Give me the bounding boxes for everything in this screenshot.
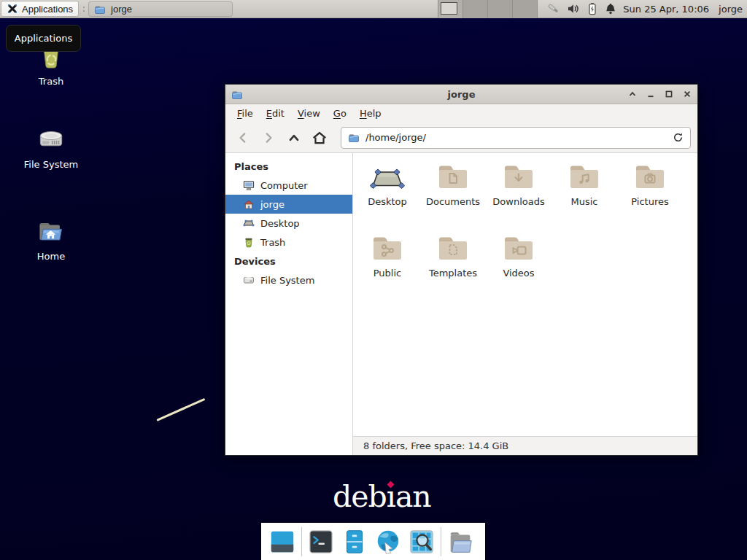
dock-application-finder-button[interactable] <box>407 527 436 556</box>
address-bar[interactable]: /home/jorge/ <box>341 127 691 149</box>
file-manager-window: jorge File Edit View Go Help <box>225 84 698 456</box>
workspace-2[interactable] <box>463 0 488 18</box>
downloads-folder-icon <box>501 160 536 195</box>
file-item-desktop[interactable]: Desktop <box>355 160 420 231</box>
status-bar: 8 folders, Free space: 14.4 GiB <box>353 436 697 455</box>
desktop-icon-label: Home <box>20 251 82 262</box>
window-title: jorge <box>225 89 697 100</box>
taskbar-window-button[interactable]: jorge <box>88 1 233 17</box>
file-label: Templates <box>429 268 477 279</box>
reload-icon[interactable] <box>673 132 684 143</box>
file-label: Documents <box>426 196 480 207</box>
pictures-folder-icon <box>632 160 667 195</box>
sidebar-item-label: Desktop <box>260 218 300 229</box>
dock-separator <box>441 527 441 556</box>
volume-icon[interactable] <box>567 2 580 15</box>
menu-edit[interactable]: Edit <box>260 106 291 121</box>
home-button[interactable] <box>309 127 330 149</box>
workspace-window-thumb <box>441 2 457 15</box>
file-label: Music <box>571 196 598 207</box>
applications-tooltip: Applications <box>6 25 81 52</box>
desktop-scratch-line <box>156 398 205 421</box>
clock[interactable]: Sun 25 Apr, 10:06 <box>623 4 709 15</box>
taskbar-window-label: jorge <box>111 4 132 15</box>
show-desktop-icon <box>268 528 296 556</box>
desktop-icon-label: File System <box>20 159 82 170</box>
toolbar: /home/jorge/ <box>225 122 697 153</box>
desktop-icon-home[interactable]: Home <box>20 216 82 262</box>
templates-folder-icon <box>436 231 471 266</box>
desktop-icon-file-system[interactable]: File System <box>20 124 82 170</box>
computer-icon <box>243 179 255 191</box>
file-item-documents[interactable]: Documents <box>420 160 486 231</box>
sidebar: Places Computer jorge <box>225 153 353 455</box>
applications-menu-button[interactable]: Applications <box>1 1 79 17</box>
xfce-x-icon <box>7 3 18 15</box>
workspace-3[interactable] <box>488 0 513 18</box>
sidebar-item-label: Computer <box>260 180 308 191</box>
battery-icon[interactable] <box>586 2 599 15</box>
web-browser-globe-icon <box>374 528 402 556</box>
sidebar-item-jorge[interactable]: jorge <box>225 195 352 214</box>
notifications-bell-icon[interactable] <box>605 2 616 15</box>
top-panel: Applications jorge <box>0 0 747 18</box>
tool-tray-icon[interactable] <box>546 2 561 15</box>
drive-small-icon <box>243 274 255 286</box>
applications-menu-label: Applications <box>22 4 73 15</box>
file-item-videos[interactable]: Videos <box>486 231 551 303</box>
debian-logo-text: deb <box>333 479 387 514</box>
maximize-button[interactable] <box>665 90 673 98</box>
desktop-icon <box>243 217 255 229</box>
file-label: Desktop <box>368 196 407 207</box>
file-label: Public <box>374 268 401 279</box>
sidebar-item-computer[interactable]: Computer <box>225 176 352 195</box>
workspace-switcher[interactable] <box>438 0 538 18</box>
file-item-public[interactable]: Public <box>355 231 420 303</box>
dock-file-manager-button[interactable] <box>340 527 369 556</box>
home-icon <box>243 198 255 210</box>
panel-handle[interactable] <box>80 1 87 17</box>
close-button[interactable] <box>683 90 692 98</box>
menu-file[interactable]: File <box>231 106 260 121</box>
workspace-1[interactable] <box>438 0 463 18</box>
back-button[interactable] <box>232 127 254 149</box>
debian-logo: debıan <box>333 481 431 513</box>
file-view: Desktop Documents <box>353 153 697 436</box>
application-finder-icon <box>408 528 436 556</box>
file-item-pictures[interactable]: Pictures <box>617 160 683 231</box>
titlebar[interactable]: jorge <box>225 85 697 104</box>
address-text[interactable]: /home/jorge/ <box>365 132 667 143</box>
file-item-music[interactable]: Music <box>551 160 617 231</box>
hard-drive-icon <box>35 124 67 156</box>
forward-button[interactable] <box>258 127 279 149</box>
sidebar-item-desktop[interactable]: Desktop <box>225 214 352 233</box>
desktop-folder-icon <box>370 160 405 195</box>
sidebar-item-file-system[interactable]: File System <box>225 271 352 289</box>
up-button[interactable] <box>283 127 305 149</box>
videos-folder-icon <box>501 231 536 266</box>
dock-terminal-button[interactable] <box>306 527 336 556</box>
dock <box>261 523 485 560</box>
sidebar-item-trash[interactable]: Trash <box>225 233 352 252</box>
directory-folder-icon <box>446 528 474 556</box>
menu-go[interactable]: Go <box>327 106 353 121</box>
public-folder-icon <box>370 231 405 266</box>
shade-button[interactable] <box>628 90 637 98</box>
dock-show-desktop-button[interactable] <box>268 527 297 556</box>
file-label: Pictures <box>631 196 668 207</box>
sidebar-item-label: File System <box>260 275 314 286</box>
session-username[interactable]: jorge <box>719 4 743 15</box>
file-item-downloads[interactable]: Downloads <box>486 160 551 231</box>
file-item-templates[interactable]: Templates <box>420 231 486 303</box>
workspace-4[interactable] <box>513 0 538 18</box>
dock-separator <box>301 527 302 556</box>
menu-help[interactable]: Help <box>353 106 388 121</box>
minimize-button[interactable] <box>646 90 655 98</box>
status-text: 8 folders, Free space: 14.4 GiB <box>363 440 508 451</box>
trash-small-icon <box>243 236 255 248</box>
dock-web-browser-button[interactable] <box>374 527 403 556</box>
menu-view[interactable]: View <box>291 106 327 121</box>
sidebar-item-label: jorge <box>260 199 285 210</box>
dock-directory-menu-button[interactable] <box>446 527 475 556</box>
desktop: { "colors": { "desktop_bg_top": "#03023a… <box>0 0 747 560</box>
